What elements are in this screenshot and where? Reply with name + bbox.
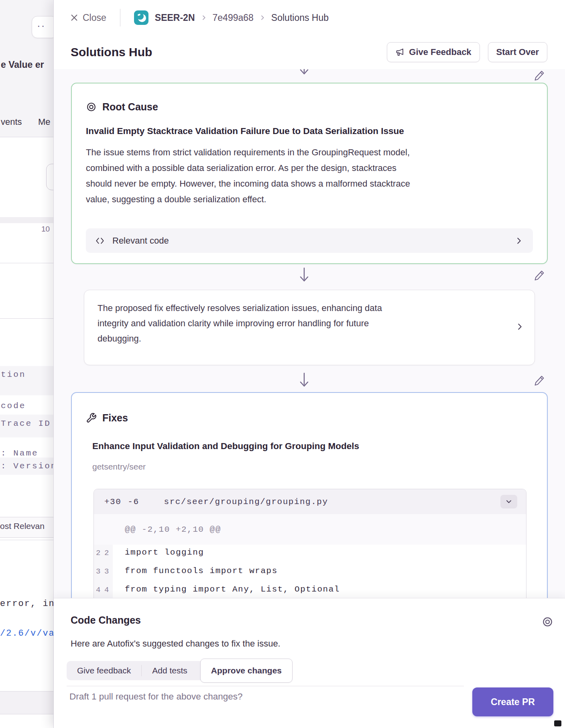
background-doc-link-fragment[interactable]: /2.6/v/va bbox=[0, 628, 53, 639]
background-band bbox=[0, 691, 53, 714]
background-tab-events[interactable]: vents bbox=[1, 117, 22, 127]
add-tests-action[interactable]: Add tests bbox=[142, 661, 198, 680]
code-changes-panel: Code Changes Here are Autofix's suggeste… bbox=[54, 598, 565, 728]
divider bbox=[67, 686, 464, 686]
divider bbox=[120, 9, 120, 26]
drawer-header: Solutions Hub Give Feedback Start Over bbox=[54, 35, 565, 69]
background-heading-fragment: e Value er bbox=[1, 59, 44, 70]
edit-step-button[interactable] bbox=[534, 70, 545, 81]
fix-summary-card[interactable]: The proposed fix effectively resolves se… bbox=[84, 290, 535, 365]
ellipsis-icon: ·· bbox=[37, 20, 45, 32]
diff-block: +30 -6 src/seer/grouping/grouping.py @@ … bbox=[93, 489, 526, 598]
drawer-topbar: Close SEER-2N 7e499a68 Solutions Hub bbox=[54, 0, 565, 36]
root-cause-heading-label: Root Cause bbox=[102, 101, 158, 113]
background-label-name: : Name bbox=[1, 449, 39, 458]
line-number-new: 3 bbox=[104, 567, 109, 576]
draft-pr-question: Draft 1 pull request for the above chang… bbox=[69, 691, 243, 702]
code-changes-subtitle: Here are Autofix's suggested changes to … bbox=[71, 639, 280, 649]
fix-summary-line: The proposed fix effectively resolves se… bbox=[98, 301, 382, 316]
window-corner-handle bbox=[554, 720, 561, 726]
start-over-button[interactable]: Start Over bbox=[488, 42, 547, 62]
create-pr-label: Create PR bbox=[491, 697, 535, 708]
root-cause-body-line: should never be empty. However, the inco… bbox=[86, 176, 410, 191]
background-input-fragment[interactable] bbox=[46, 164, 53, 190]
diff-code-row: 4 4 from typing import Any, List, Option… bbox=[94, 582, 526, 598]
diff-code-text: import logging bbox=[125, 548, 204, 557]
target-icon bbox=[86, 102, 97, 112]
close-button[interactable]: Close bbox=[70, 12, 106, 23]
background-menu-button[interactable]: ·· bbox=[32, 16, 53, 38]
chevron-right-icon bbox=[259, 14, 266, 21]
root-cause-card: Root Cause Invalid Empty Stacktrace Vali… bbox=[71, 83, 548, 264]
code-changes-actions: Give feedback Add tests Approve changes bbox=[67, 661, 292, 680]
code-changes-heading: Code Changes bbox=[71, 614, 141, 626]
repo-name: getsentry/seer bbox=[92, 462, 146, 472]
diff-gutter: 2 2 bbox=[94, 545, 113, 563]
diff-code-row: 3 3 from functools import wraps bbox=[94, 563, 526, 582]
root-cause-body-line: value, suggesting a double serialization… bbox=[86, 191, 266, 207]
background-count: 10 bbox=[41, 225, 50, 234]
diff-file-header[interactable]: +30 -6 src/seer/grouping/grouping.py bbox=[94, 489, 526, 514]
diff-gutter: 3 3 bbox=[94, 563, 113, 582]
diff-deletions: -6 bbox=[128, 497, 139, 506]
divider bbox=[0, 540, 53, 540]
line-number-old: 3 bbox=[96, 567, 100, 576]
breadcrumb-project[interactable]: SEER-2N bbox=[155, 12, 195, 23]
fix-summary-line: integrity and validation clarity while i… bbox=[98, 316, 369, 331]
breadcrumb-issue-id[interactable]: 7e499a68 bbox=[213, 12, 254, 23]
line-number-new: 2 bbox=[104, 549, 109, 557]
breadcrumb: SEER-2N 7e499a68 Solutions Hub bbox=[155, 12, 329, 23]
line-number-old: 2 bbox=[96, 549, 100, 557]
diff-gutter: 4 4 bbox=[94, 582, 113, 598]
edit-step-button[interactable] bbox=[534, 375, 545, 386]
edit-step-button[interactable] bbox=[534, 270, 545, 281]
give-feedback-action[interactable]: Give feedback bbox=[67, 661, 141, 680]
fix-title: Enhance Input Validation and Debugging f… bbox=[92, 441, 359, 451]
divider bbox=[0, 318, 53, 319]
fix-summary-line: debugging. bbox=[98, 331, 141, 346]
give-feedback-button[interactable]: Give Feedback bbox=[387, 42, 480, 62]
header-actions: Give Feedback Start Over bbox=[387, 42, 547, 62]
target-icon bbox=[542, 616, 553, 628]
close-icon bbox=[70, 13, 79, 22]
start-over-label: Start Over bbox=[496, 47, 539, 57]
diff-code-text: from functools import wraps bbox=[125, 566, 278, 575]
step-arrow-icon bbox=[299, 69, 310, 76]
seer-logo-icon bbox=[134, 10, 148, 25]
chevron-right-icon bbox=[201, 14, 207, 21]
root-cause-body-line: The issue stems from strict validation r… bbox=[86, 144, 410, 160]
page-title: Solutions Hub bbox=[71, 45, 152, 59]
chevron-right-icon bbox=[514, 236, 523, 245]
code-brackets-icon bbox=[95, 236, 105, 246]
diff-file-path: src/seer/grouping/grouping.py bbox=[164, 497, 328, 506]
diff-hunk-row: @@ -2,10 +2,10 @@ bbox=[94, 514, 526, 545]
create-pr-button[interactable]: Create PR bbox=[472, 687, 553, 716]
background-tab-me[interactable]: Me bbox=[38, 117, 51, 127]
relevant-code-expander[interactable]: Relevant code bbox=[86, 228, 533, 253]
collapse-diff-button[interactable] bbox=[500, 495, 517, 508]
diff-code-text: from typing import Any, List, Optional bbox=[125, 585, 340, 594]
background-band bbox=[0, 217, 53, 223]
background-label-code: code bbox=[1, 401, 26, 411]
divider bbox=[0, 137, 53, 137]
root-cause-heading: Root Cause bbox=[86, 101, 158, 113]
solutions-hub-drawer: Close SEER-2N 7e499a68 Solutions Hub Sol… bbox=[53, 0, 565, 728]
background-label-trace-id: Trace ID bbox=[1, 419, 51, 428]
divider bbox=[0, 263, 53, 263]
megaphone-icon bbox=[395, 47, 405, 57]
background-most-relevant-label: ost Relevan bbox=[0, 521, 45, 531]
autofix-steps-area: Root Cause Invalid Empty Stacktrace Vali… bbox=[54, 69, 565, 598]
line-number-old: 4 bbox=[96, 586, 100, 594]
line-number-new: 4 bbox=[104, 586, 109, 594]
relevant-code-label: Relevant code bbox=[112, 236, 169, 246]
fixes-heading-label: Fixes bbox=[102, 412, 128, 424]
fixes-heading: Fixes bbox=[86, 412, 128, 424]
background-label-version: : Version bbox=[1, 462, 53, 471]
close-label: Close bbox=[83, 12, 106, 23]
breadcrumb-page: Solutions Hub bbox=[271, 12, 329, 23]
root-cause-body-line: combined with a possible data serializat… bbox=[86, 160, 396, 176]
background-label-exception: tion bbox=[1, 370, 26, 379]
root-cause-title: Invalid Empty Stacktrace Validation Fail… bbox=[86, 126, 404, 136]
approve-changes-action[interactable]: Approve changes bbox=[200, 659, 293, 683]
fixes-card: Fixes Enhance Input Validation and Debug… bbox=[71, 392, 548, 598]
